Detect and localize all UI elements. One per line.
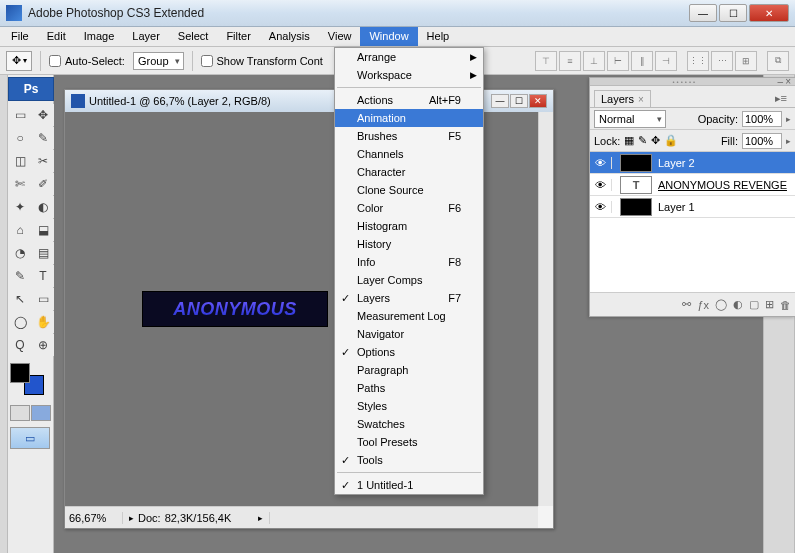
visibility-toggle-icon[interactable]: 👁: [590, 157, 612, 169]
menu-edit[interactable]: Edit: [38, 27, 75, 46]
new-layer-icon[interactable]: ⊞: [765, 298, 774, 311]
layer-thumbnail[interactable]: [620, 154, 652, 172]
tool-7[interactable]: ✐: [32, 173, 54, 195]
doc-minimize-button[interactable]: —: [491, 94, 509, 108]
panel-menu-icon[interactable]: ▸≡: [771, 90, 791, 107]
menu-item-layer-comps[interactable]: Layer Comps: [335, 271, 483, 289]
visibility-toggle-icon[interactable]: 👁: [590, 201, 612, 213]
menu-layer[interactable]: Layer: [123, 27, 169, 46]
menu-item-brushes[interactable]: BrushesF5: [335, 127, 483, 145]
new-group-icon[interactable]: ▢: [749, 298, 759, 311]
menu-item-1-untitled-1[interactable]: ✓1 Untitled-1: [335, 476, 483, 494]
move-tool-preset[interactable]: ✥▾: [6, 51, 32, 71]
screen-mode-button[interactable]: ▭: [10, 427, 50, 449]
tool-17[interactable]: ▭: [32, 288, 54, 310]
standard-mode-button[interactable]: [10, 405, 30, 421]
opacity-field[interactable]: 100%: [742, 111, 782, 127]
lock-position-icon[interactable]: ✥: [651, 134, 660, 147]
menu-item-layers[interactable]: ✓LayersF7: [335, 289, 483, 307]
tool-21[interactable]: ⊕: [32, 334, 54, 356]
menu-item-color[interactable]: ColorF6: [335, 199, 483, 217]
layer-thumbnail[interactable]: T: [620, 176, 652, 194]
maximize-button[interactable]: ☐: [719, 4, 747, 22]
delete-layer-icon[interactable]: 🗑: [780, 299, 791, 311]
menu-item-options[interactable]: ✓Options: [335, 343, 483, 361]
layer-name-label[interactable]: ANONYMOUS REVENGE: [656, 179, 795, 191]
tool-6[interactable]: ✄: [9, 173, 31, 195]
doc-info[interactable]: ▸ Doc: 82,3K/156,4K ▸: [123, 512, 270, 524]
distribute-icon[interactable]: ⊞: [735, 51, 757, 71]
menu-select[interactable]: Select: [169, 27, 218, 46]
doc-maximize-button[interactable]: ☐: [510, 94, 528, 108]
color-swatches[interactable]: [8, 363, 48, 397]
tool-9[interactable]: ◐: [32, 196, 54, 218]
distribute-v-icon[interactable]: ⋯: [711, 51, 733, 71]
menu-item-paragraph[interactable]: Paragraph: [335, 361, 483, 379]
layer-name-label[interactable]: Layer 2: [656, 157, 795, 169]
tool-15[interactable]: T: [32, 265, 54, 287]
layer-style-icon[interactable]: ƒx: [697, 299, 709, 311]
tool-2[interactable]: ○: [9, 127, 31, 149]
zoom-field[interactable]: 66,67%: [65, 512, 123, 524]
menu-item-channels[interactable]: Channels: [335, 145, 483, 163]
document-vertical-scrollbar[interactable]: [538, 112, 553, 506]
menu-item-histogram[interactable]: Histogram: [335, 217, 483, 235]
blend-mode-combo[interactable]: Normal: [594, 110, 666, 128]
auto-align-icon[interactable]: ⧉: [767, 51, 789, 71]
lock-transparency-icon[interactable]: ▦: [624, 134, 634, 147]
lock-pixels-icon[interactable]: ✎: [638, 134, 647, 147]
tool-20[interactable]: Q: [9, 334, 31, 356]
layer-row[interactable]: 👁Layer 1: [590, 196, 795, 218]
foreground-color-swatch[interactable]: [10, 363, 30, 383]
toolbox-handle[interactable]: [0, 75, 8, 553]
lock-all-icon[interactable]: 🔒: [664, 134, 678, 147]
menu-image[interactable]: Image: [75, 27, 124, 46]
layers-tab[interactable]: Layers×: [594, 90, 651, 107]
distribute-h-icon[interactable]: ⋮⋮: [687, 51, 709, 71]
menu-item-navigator[interactable]: Navigator: [335, 325, 483, 343]
tool-5[interactable]: ✂: [32, 150, 54, 172]
panel-close-icon[interactable]: ×: [785, 76, 791, 87]
menu-file[interactable]: File: [2, 27, 38, 46]
tool-4[interactable]: ◫: [9, 150, 31, 172]
tool-14[interactable]: ✎: [9, 265, 31, 287]
menu-item-character[interactable]: Character: [335, 163, 483, 181]
menu-item-arrange[interactable]: Arrange▶: [335, 48, 483, 66]
align-vmid-icon[interactable]: ≡: [559, 51, 581, 71]
layer-row[interactable]: 👁Layer 2: [590, 152, 795, 174]
tool-13[interactable]: ▤: [32, 242, 54, 264]
canvas[interactable]: ANONYMOUS: [143, 292, 327, 326]
menu-item-workspace[interactable]: Workspace▶: [335, 66, 483, 84]
layer-thumbnail[interactable]: [620, 198, 652, 216]
align-bottom-icon[interactable]: ⊥: [583, 51, 605, 71]
tool-12[interactable]: ◔: [9, 242, 31, 264]
panel-drag-handle[interactable]: •••••• – ×: [590, 78, 795, 86]
link-layers-icon[interactable]: ⚯: [682, 298, 691, 311]
minimize-button[interactable]: —: [689, 4, 717, 22]
layer-mask-icon[interactable]: ◯: [715, 298, 727, 311]
tool-18[interactable]: ◯: [9, 311, 31, 333]
tool-19[interactable]: ✋: [32, 311, 54, 333]
show-transform-checkbox[interactable]: Show Transform Cont: [201, 55, 323, 67]
tool-16[interactable]: ↖: [9, 288, 31, 310]
menu-help[interactable]: Help: [418, 27, 459, 46]
close-button[interactable]: ✕: [749, 4, 789, 22]
menu-filter[interactable]: Filter: [217, 27, 259, 46]
tool-10[interactable]: ⌂: [9, 219, 31, 241]
fill-slider-icon[interactable]: ▸: [786, 136, 791, 146]
menu-item-swatches[interactable]: Swatches: [335, 415, 483, 433]
auto-select-combo[interactable]: Group: [133, 52, 184, 70]
menu-item-actions[interactable]: ActionsAlt+F9: [335, 91, 483, 109]
menu-item-tools[interactable]: ✓Tools: [335, 451, 483, 469]
opacity-slider-icon[interactable]: ▸: [786, 114, 791, 124]
panel-minimize-icon[interactable]: –: [778, 76, 784, 87]
menu-window[interactable]: Window: [360, 27, 417, 46]
menu-item-history[interactable]: History: [335, 235, 483, 253]
menu-item-clone-source[interactable]: Clone Source: [335, 181, 483, 199]
align-top-icon[interactable]: ⊤: [535, 51, 557, 71]
tool-3[interactable]: ✎: [32, 127, 54, 149]
adjustment-layer-icon[interactable]: ◐: [733, 298, 743, 311]
menu-view[interactable]: View: [319, 27, 361, 46]
tool-11[interactable]: ⬓: [32, 219, 54, 241]
tool-1[interactable]: ✥: [32, 104, 54, 126]
